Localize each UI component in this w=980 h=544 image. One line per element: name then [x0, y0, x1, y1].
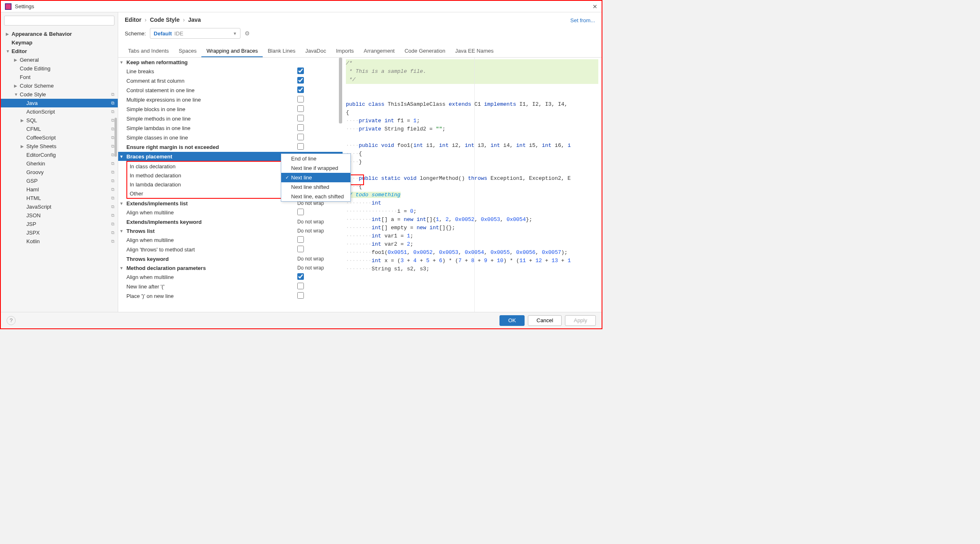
option-checkbox[interactable] [297, 86, 304, 93]
option-checkbox[interactable] [297, 77, 304, 84]
method-params-header[interactable]: ▼Method declaration parametersDo not wra… [118, 263, 343, 272]
copy-icon: ⧉ [111, 118, 114, 123]
scrollbar[interactable] [114, 118, 117, 157]
tab-imports[interactable]: Imports [331, 45, 359, 57]
option-row[interactable]: Align when multiline [118, 272, 343, 282]
tree-item-code-style[interactable]: ▼Code Style⧉ [1, 90, 118, 99]
tree-item-jsp[interactable]: JSP⧉ [1, 220, 118, 228]
tree-item-javascript[interactable]: JavaScript⧉ [1, 202, 118, 211]
tabs: Tabs and IndentsSpacesWrapping and Brace… [118, 45, 602, 58]
tree-item-font[interactable]: Font [1, 73, 118, 81]
option-checkbox[interactable] [297, 96, 304, 102]
gear-icon[interactable]: ⚙ [245, 30, 250, 37]
apply-button[interactable]: Apply [565, 315, 596, 326]
option-value[interactable]: Do not wrap [294, 256, 339, 262]
tree-item-coffeescript[interactable]: CoffeeScript⧉ [1, 133, 118, 142]
option-comment-at-first-column[interactable]: Comment at first column [118, 76, 343, 86]
option-checkbox[interactable] [297, 292, 304, 299]
tab-java-ee-names[interactable]: Java EE Names [450, 45, 499, 57]
option-value[interactable]: Do not wrap [294, 265, 339, 271]
option-checkbox[interactable] [297, 124, 304, 131]
expand-arrow-icon: ▼ [6, 49, 12, 53]
title-bar: Settings ✕ [1, 1, 602, 12]
option-checkbox[interactable] [297, 105, 304, 112]
option-value[interactable]: Do not wrap [294, 228, 339, 234]
option-checkbox[interactable] [297, 67, 304, 74]
option-simple-blocks-in-one-line[interactable]: Simple blocks in one line [118, 105, 343, 114]
set-from-link[interactable]: Set from... [570, 17, 595, 23]
tree-item-color-scheme[interactable]: ▶Color Scheme [1, 81, 118, 90]
option-simple-methods-in-one-line[interactable]: Simple methods in one line [118, 114, 343, 123]
throws-keyword-header[interactable]: Throws keywordDo not wrap [118, 254, 343, 263]
option-row[interactable]: Place ')' on new line [118, 291, 343, 301]
scheme-select[interactable]: Default IDE ▼ [150, 28, 240, 39]
copy-icon: ⧉ [111, 187, 114, 192]
expand-arrow-icon: ▶ [21, 118, 26, 123]
braces-dropdown[interactable]: End of lineNext line if wrapped✓Next lin… [281, 153, 351, 202]
chevron-down-icon: ▼ [233, 31, 237, 36]
tab-tabs-and-indents[interactable]: Tabs and Indents [123, 45, 174, 57]
option-row[interactable]: Align when multiline [118, 208, 343, 217]
tab-javadoc[interactable]: JavaDoc [300, 45, 331, 57]
tree-item-code-editing[interactable]: Code Editing [1, 64, 118, 73]
scrollbar[interactable] [339, 58, 342, 123]
tree-item-gherkin[interactable]: Gherkin⧉ [1, 159, 118, 168]
dropdown-item-end-of-line[interactable]: End of line [281, 154, 350, 163]
ok-button[interactable]: OK [499, 315, 525, 326]
tree-item-editor[interactable]: ▼Editor [1, 47, 118, 56]
extends-keyword-header[interactable]: Extends/implements keywordDo not wrap [118, 217, 343, 226]
option-value[interactable]: Do not wrap [294, 219, 339, 225]
dropdown-item-next-line-if-wrapped[interactable]: Next line if wrapped [281, 163, 350, 173]
option-row[interactable]: New line after '(' [118, 282, 343, 291]
option-checkbox[interactable] [297, 283, 304, 289]
option-checkbox[interactable] [297, 236, 304, 243]
settings-tree[interactable]: ▶Appearance & BehaviorKeymap▼Editor▶Gene… [1, 29, 118, 312]
cancel-button[interactable]: Cancel [528, 315, 562, 326]
tree-item-general[interactable]: ▶General [1, 56, 118, 64]
tree-item-appearance-behavior[interactable]: ▶Appearance & Behavior [1, 30, 118, 38]
svg-rect-1 [6, 4, 11, 9]
option-simple-classes-in-one-line[interactable]: Simple classes in one line [118, 133, 343, 142]
throws-list-header[interactable]: ▼Throws listDo not wrap [118, 226, 343, 235]
tab-blank-lines[interactable]: Blank Lines [263, 45, 300, 57]
dropdown-item-next-line-shifted[interactable]: Next line shifted [281, 182, 350, 192]
option-row[interactable]: Align when multiline [118, 235, 343, 245]
tree-item-editorconfig[interactable]: EditorConfig⧉ [1, 151, 118, 159]
tree-item-haml[interactable]: Haml⧉ [1, 185, 118, 194]
option-checkbox[interactable] [297, 134, 304, 140]
help-button[interactable]: ? [7, 316, 16, 325]
option-line-breaks[interactable]: Line breaks [118, 67, 343, 76]
tree-item-kotlin[interactable]: Kotlin⧉ [1, 237, 118, 246]
dropdown-item-next-line[interactable]: ✓Next line [281, 173, 350, 182]
option-row[interactable]: Align 'throws' to method start [118, 245, 343, 254]
tree-item-keymap[interactable]: Keymap [1, 38, 118, 47]
keep-when-reformatting-header[interactable]: ▼Keep when reformatting [118, 58, 343, 67]
search-input[interactable] [4, 16, 114, 26]
dropdown-item-next-line-each-shifted[interactable]: Next line, each shifted [281, 192, 350, 201]
option-simple-lambdas-in-one-line[interactable]: Simple lambdas in one line [118, 123, 343, 133]
tree-item-style-sheets[interactable]: ▶Style Sheets⧉ [1, 142, 118, 151]
tab-arrangement[interactable]: Arrangement [359, 45, 399, 57]
tab-spaces[interactable]: Spaces [174, 45, 201, 57]
tree-item-gsp[interactable]: GSP⧉ [1, 177, 118, 185]
tree-item-html[interactable]: HTML⧉ [1, 194, 118, 202]
copy-icon: ⧉ [111, 213, 114, 218]
option-checkbox[interactable] [297, 115, 304, 121]
option-checkbox[interactable] [297, 246, 304, 252]
option-checkbox[interactable] [297, 273, 304, 280]
option-control-statement-in-one-line[interactable]: Control statement in one line [118, 86, 343, 95]
option-checkbox[interactable] [297, 143, 304, 150]
tab-wrapping-and-braces[interactable]: Wrapping and Braces [201, 45, 263, 57]
tree-item-sql[interactable]: ▶SQL⧉ [1, 116, 118, 125]
tree-item-jspx[interactable]: JSPX⧉ [1, 228, 118, 237]
tree-item-json[interactable]: JSON⧉ [1, 211, 118, 220]
option-multiple-expressions-in-one-line[interactable]: Multiple expressions in one line [118, 95, 343, 105]
tree-item-actionscript[interactable]: ActionScript⧉ [1, 107, 118, 116]
tree-item-cfml[interactable]: CFML⧉ [1, 125, 118, 133]
close-icon[interactable]: ✕ [593, 3, 597, 10]
tree-item-groovy[interactable]: Groovy⧉ [1, 168, 118, 177]
ensure-margin[interactable]: Ensure right margin is not exceeded [118, 142, 343, 152]
tab-code-generation[interactable]: Code Generation [399, 45, 450, 57]
tree-item-java[interactable]: Java⧉ [1, 99, 118, 107]
option-checkbox[interactable] [297, 209, 304, 215]
